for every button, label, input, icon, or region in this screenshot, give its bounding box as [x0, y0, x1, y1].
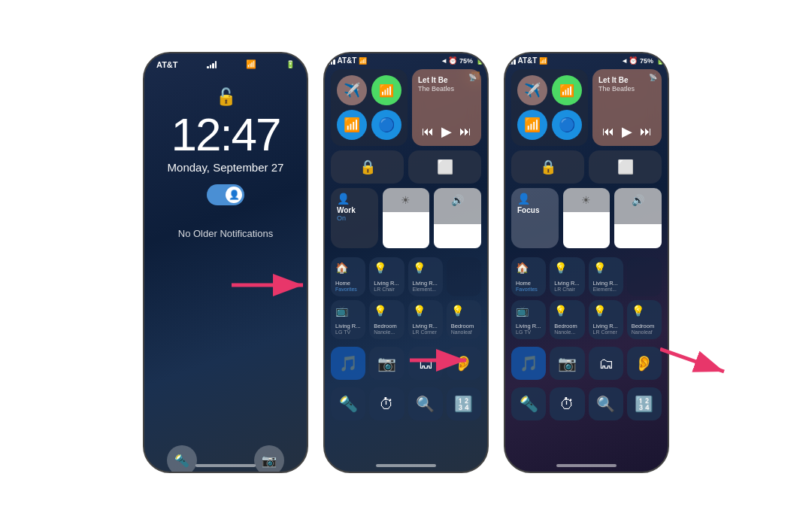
no-notifications-text: No Older Notifications [178, 228, 273, 239]
calculator-btn-2[interactable]: 🔢 [447, 387, 481, 420]
camera-cc-btn-2[interactable]: 📷 [369, 347, 404, 380]
magnifier-btn-3[interactable]: 🔍 [589, 387, 623, 420]
bulb-icon-2-2: 💡 [413, 262, 426, 274]
next-track-btn-3[interactable]: ⏭ [640, 125, 652, 138]
lr-element-btn-3[interactable]: 💡 Living R... Element... [589, 257, 623, 296]
lr-element-btn-2[interactable]: 💡 Living R... Element... [408, 257, 443, 296]
music-title-3: Let It Be The Beatles [598, 75, 656, 93]
lg-tv-btn-2[interactable]: 📺 Living R... LG TV [331, 300, 365, 339]
home-grid-row1-2: 🏠 Home Favorites 💡 Living R... LR Chair [331, 257, 481, 296]
cellular-btn-2[interactable]: 📶 [371, 75, 401, 105]
brightness-slider-3[interactable]: ☀ [563, 188, 611, 248]
magnifier-btn-2[interactable]: 🔍 [408, 387, 443, 420]
shazam-btn-3[interactable]: 🎵 [511, 347, 546, 380]
hearing-btn-3[interactable]: 👂 [627, 347, 662, 380]
home-icon-3: 🏠 [516, 262, 529, 274]
airplay-icon-3[interactable]: 📡 [649, 74, 657, 81]
bedroom-nanoleaf-btn1-3[interactable]: 💡 Bedroom Nanole... [550, 300, 584, 339]
camera-cc-btn-3[interactable]: 📷 [550, 347, 584, 380]
wallet-btn-3[interactable]: 🗂 [589, 347, 623, 380]
phone-2-control-center: AT&T 📶 ◂ ⏰ 75% 🔋 📶 ✈️ 📶 [323, 52, 489, 473]
bedroom-nanoleaf-btn2-3[interactable]: 💡 Bedroom Nanoleaf [627, 300, 662, 339]
bulb-icon-3-3: 💡 [554, 305, 567, 317]
lock-icon: 🔓 [216, 87, 236, 107]
volume-slider-2[interactable]: 🔊 [434, 188, 481, 248]
timer-btn-2[interactable]: ⏱ [369, 387, 404, 420]
prev-track-btn-2[interactable]: ⏮ [422, 125, 434, 138]
screen-lock-btn-2[interactable]: 🔒 [331, 150, 404, 184]
phone-1-lockscreen: AT&T 📶 🔋 🔓 12:47 Monday, September 27 [143, 52, 308, 473]
home-row2-2: 📺 Living R... LG TV 💡 Bedroom Nanole... [331, 300, 481, 339]
wifi-btn-3[interactable]: 📶 [517, 110, 547, 140]
signal-icon-3 [508, 57, 516, 65]
home-favorites-btn-2[interactable]: 🏠 Home Favorites [331, 257, 365, 296]
flashlight-cc-btn-3[interactable]: 🔦 [511, 387, 546, 420]
volume-icon-2: 🔊 [451, 194, 464, 206]
battery-pct-2: 75% [459, 57, 473, 65]
cellular-btn-3[interactable]: 📶 [552, 75, 582, 105]
status-bar-3: AT&T 📶 ◂ ⏰ 75% 🔋 [505, 53, 668, 68]
focus-sublabel-2: On [337, 214, 356, 222]
home-indicator-1 [195, 464, 256, 467]
screen-mirror-btn-2[interactable]: ⬜ [408, 150, 481, 184]
music-title-2: Let It Be The Beatles [418, 75, 475, 93]
airplane-mode-btn-3[interactable]: ✈️ [517, 75, 547, 105]
brightness-icon-3: ☀ [581, 194, 591, 206]
focus-btn-3[interactable]: 👤 Focus [511, 188, 559, 248]
control-center-2: ✈️ 📶 📶 🔵 📡 Let It Be The Beatles ⏮ [325, 68, 487, 473]
bluetooth-btn-2[interactable]: 🔵 [371, 110, 401, 140]
calculator-btn-3[interactable]: 🔢 [627, 387, 662, 420]
wifi-btn-2[interactable]: 📶 [337, 110, 367, 140]
carrier-1: AT&T [156, 60, 178, 69]
flashlight-cc-btn-2[interactable]: 🔦 [331, 387, 365, 420]
airplane-mode-btn-2[interactable]: ✈️ [337, 75, 367, 105]
focus-icon-2: 👤 [337, 193, 350, 205]
focus-work-btn-2[interactable]: 👤 Work On [331, 188, 378, 248]
timer-btn-3[interactable]: ⏱ [550, 387, 584, 420]
brightness-slider-2[interactable]: ☀ [383, 188, 430, 248]
main-container: AT&T 📶 🔋 🔓 12:47 Monday, September 27 [0, 0, 812, 525]
song-title-3: Let It Be [598, 75, 656, 85]
bluetooth-btn-3[interactable]: 🔵 [552, 110, 582, 140]
next-track-btn-2[interactable]: ⏭ [459, 125, 471, 138]
lock-date: Monday, September 27 [168, 161, 284, 174]
arrow-3 [660, 341, 743, 379]
lg-tv-btn-3[interactable]: 📺 Living R... LG TV [511, 300, 546, 339]
airplay-icon-2[interactable]: 📡 [468, 74, 477, 81]
screen-lock-btn-3[interactable]: 🔒 [511, 150, 584, 184]
prev-track-btn-3[interactable]: ⏮ [602, 125, 614, 138]
play-btn-2[interactable]: ▶ [441, 123, 452, 140]
cc-row3-2: 👤 Work On ☀ 🔊 [331, 188, 481, 248]
cc-row2-3: 🔒 ⬜ [511, 150, 662, 184]
screen-mirror-btn-3[interactable]: ⬜ [589, 150, 662, 184]
play-btn-3[interactable]: ▶ [622, 123, 632, 140]
lr-corner-btn-2[interactable]: 💡 Living R... LR Corner [408, 300, 443, 339]
home-favorites-btn-3[interactable]: 🏠 Home Favorites [511, 257, 546, 296]
camera-button[interactable]: 📷 [254, 445, 284, 473]
song-artist-2: The Beatles [418, 85, 475, 93]
bedroom-nanoleaf-btn2-2[interactable]: 💡 Bedroom Nanoleaf [447, 300, 481, 339]
lr-chair-btn-2[interactable]: 💡 Living R... LR Chair [369, 257, 404, 296]
lr-corner-btn-3[interactable]: 💡 Living R... LR Corner [589, 300, 623, 339]
home-icon-2: 🏠 [335, 262, 348, 274]
cc-row2-2: 🔒 ⬜ [331, 150, 481, 184]
flashlight-button[interactable]: 🔦 [167, 445, 197, 473]
focus-icon-3: 👤 [517, 193, 530, 205]
arrow-2 [410, 345, 485, 375]
arrow-1 [232, 270, 322, 300]
bottom-row-3: 🔦 ⏱ 🔍 🔢 [511, 387, 662, 420]
tv-icon-2: 📺 [335, 305, 348, 317]
svg-line-5 [660, 349, 724, 372]
bedroom-nanoleaf-btn1-2[interactable]: 💡 Bedroom Nanole... [369, 300, 404, 339]
music-controls-2: ⏮ ▶ ⏭ [418, 123, 475, 140]
focus-toggle-pill[interactable]: 👤 [207, 184, 244, 205]
focus-person-icon: 👤 [229, 190, 240, 200]
volume-slider-3[interactable]: 🔊 [614, 188, 662, 248]
shazam-btn-2[interactable]: 🎵 [331, 347, 365, 380]
utility-row-3: 🎵 📷 🗂 👂 [511, 347, 662, 380]
lr-chair-btn-3[interactable]: 💡 Living R... LR Chair [550, 257, 584, 296]
music-widget-2: 📡 Let It Be The Beatles ⏮ ▶ ⏭ [412, 69, 481, 146]
bulb-icon-4-3: 💡 [593, 305, 606, 317]
focus-label-3: Focus [517, 206, 539, 214]
battery-icon-2: 🔋 [475, 56, 484, 65]
